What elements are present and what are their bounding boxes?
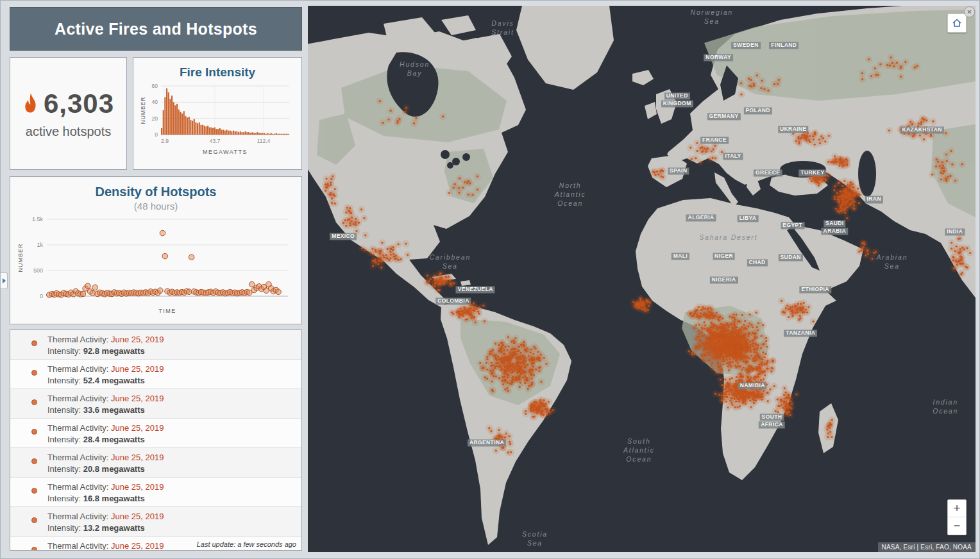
last-update-text: Last update: a few seconds ago: [197, 540, 296, 548]
svg-text:0: 0: [155, 131, 158, 138]
svg-text:112.4: 112.4: [257, 138, 271, 144]
svg-text:TIME: TIME: [158, 308, 176, 314]
hotspot-dot-icon: [31, 488, 37, 494]
intensity-line: Intensity: 92.8 megawatts: [47, 346, 296, 356]
list-item[interactable]: Thermal Activity: June 25, 2019Intensity…: [10, 360, 301, 389]
thermal-activity-line: Thermal Activity: June 25, 2019: [47, 482, 296, 492]
hotspot-dot-icon: [31, 517, 37, 523]
density-chart[interactable]: 05001k1.5kTIMENUMBER: [15, 214, 297, 317]
fire-intensity-panel: Fire Intensity 02040602.943.7112.4MEGAWA…: [133, 57, 302, 170]
hotspot-dot-icon: [31, 370, 37, 376]
home-icon: [952, 18, 962, 28]
svg-text:1.5k: 1.5k: [32, 216, 44, 222]
svg-text:500: 500: [33, 267, 43, 274]
list-item[interactable]: Thermal Activity: June 25, 2019Intensity…: [10, 419, 301, 448]
svg-text:NUMBER: NUMBER: [17, 243, 24, 272]
fire-intensity-title: Fire Intensity: [133, 65, 301, 79]
panel-collapse-button[interactable]: [1, 272, 8, 289]
hotspot-count-label: active hotspots: [26, 124, 111, 139]
list-item[interactable]: Thermal Activity: June 25, 2019Intensity…: [10, 478, 301, 507]
svg-text:1k: 1k: [37, 242, 43, 248]
list-item[interactable]: Thermal Activity: June 25, 2019Intensity…: [10, 448, 301, 478]
thermal-activity-line: Thermal Activity: June 25, 2019: [47, 423, 296, 433]
dashboard-title: Active Fires and Hotspots: [55, 20, 257, 38]
hotspot-dot-icon: [31, 458, 37, 464]
thermal-activity-line: Thermal Activity: June 25, 2019: [47, 512, 296, 521]
dashboard: Active Fires and Hotspots 6,303 active h…: [0, 0, 980, 559]
svg-text:43.7: 43.7: [210, 138, 221, 144]
list-item[interactable]: Thermal Activity: June 25, 2019Intensity…: [10, 330, 301, 360]
world-map[interactable]: [308, 6, 976, 552]
zoom-out-button[interactable]: −: [948, 517, 966, 535]
zoom-controls: + −: [947, 499, 967, 535]
hotspot-dot-icon: [31, 399, 37, 405]
hotspot-list: Thermal Activity: June 25, 2019Intensity…: [10, 330, 301, 551]
hotspot-count-panel: 6,303 active hotspots: [10, 57, 127, 170]
svg-text:40: 40: [152, 99, 158, 105]
intensity-line: Intensity: 33.6 megawatts: [47, 405, 296, 415]
svg-text:0: 0: [40, 293, 43, 299]
svg-text:NUMBER: NUMBER: [140, 97, 146, 124]
thermal-activity-line: Thermal Activity: June 25, 2019: [47, 394, 296, 403]
thermal-activity-line: Thermal Activity: June 25, 2019: [47, 364, 296, 374]
hotspot-dot-icon: [31, 429, 37, 435]
density-subtitle: (48 hours): [10, 201, 301, 212]
density-panel: Density of Hotspots (48 hours) 05001k1.5…: [10, 176, 302, 324]
home-button[interactable]: [947, 13, 967, 33]
hotspot-count: 6,303: [44, 88, 114, 119]
thermal-activity-line: Thermal Activity: June 25, 2019: [47, 335, 296, 344]
svg-text:2.9: 2.9: [161, 138, 169, 144]
intensity-line: Intensity: 52.4 megawatts: [47, 376, 296, 385]
intensity-line: Intensity: 20.8 megawatts: [47, 464, 296, 474]
svg-text:MEGAWATTS: MEGAWATTS: [203, 149, 248, 155]
hotspot-dot-icon: [31, 340, 37, 346]
hotspot-list-panel: Thermal Activity: June 25, 2019Intensity…: [10, 330, 302, 551]
fire-intensity-chart[interactable]: 02040602.943.7112.4MEGAWATTSNUMBER: [138, 81, 297, 162]
dashboard-header: Active Fires and Hotspots: [10, 7, 302, 51]
thermal-activity-line: Thermal Activity: June 25, 2019: [47, 453, 296, 462]
svg-text:20: 20: [152, 115, 158, 122]
list-item[interactable]: Thermal Activity: June 25, 2019Intensity…: [10, 389, 301, 419]
density-title: Density of Hotspots: [10, 185, 301, 199]
zoom-in-button[interactable]: +: [948, 500, 966, 517]
close-icon[interactable]: ✕: [964, 6, 975, 17]
intensity-line: Intensity: 28.4 megawatts: [47, 435, 296, 444]
svg-text:60: 60: [152, 83, 158, 89]
intensity-line: Intensity: 13.2 megawatts: [47, 523, 296, 533]
intensity-line: Intensity: 16.8 megawatts: [47, 494, 296, 503]
map-panel[interactable]: NorwegianSeaDavisStraitHudsonBayNorthAtl…: [308, 6, 976, 552]
list-item[interactable]: Thermal Activity: June 25, 2019Intensity…: [10, 507, 301, 537]
chevron-right-icon: [3, 278, 6, 283]
hotspot-dot-icon: [31, 547, 37, 551]
flame-icon: [22, 93, 39, 114]
map-attribution: NASA, Esri | Esri, FAO, NOAA: [878, 542, 976, 552]
